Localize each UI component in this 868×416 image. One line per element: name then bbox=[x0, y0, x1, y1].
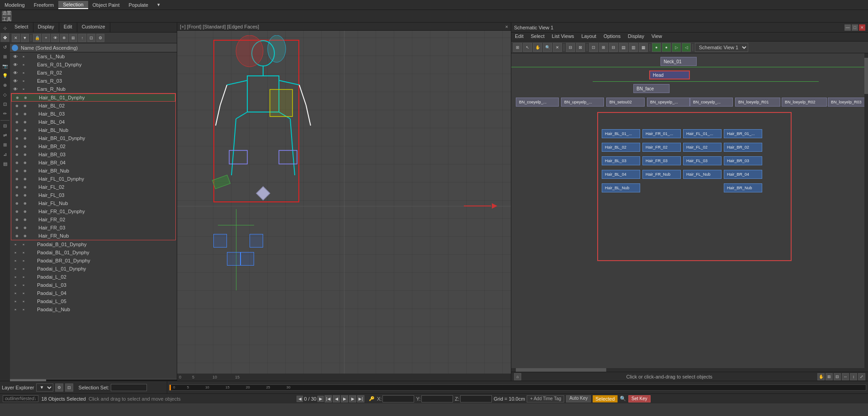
tree-item-selected[interactable]: ⊕ ⊕ Hair_BR_02 bbox=[11, 142, 175, 150]
visibility-icon[interactable]: ⊕ bbox=[13, 143, 20, 150]
tree-item[interactable]: 👁 × Ears_R_02 bbox=[10, 69, 177, 77]
tree-item-selected[interactable]: ⊕ ⊕ Hair_BR_01_Dynphy bbox=[11, 134, 175, 142]
sort-btn[interactable]: ↑ bbox=[78, 34, 86, 42]
icon-paint[interactable]: ✏ bbox=[0, 109, 9, 118]
node-bn-coeyelp-l[interactable]: BN_coeyelp_... bbox=[516, 98, 559, 107]
vis-icon2[interactable]: × bbox=[20, 265, 27, 272]
node-hair-br-02[interactable]: Hair_BR_02 bbox=[724, 143, 762, 152]
config-btn[interactable]: ⚙ bbox=[96, 34, 104, 42]
smenu-display[interactable]: Display bbox=[624, 33, 648, 41]
close-btn[interactable]: ✕ bbox=[859, 24, 865, 31]
node-head[interactable]: Head bbox=[649, 70, 690, 79]
menu-populate[interactable]: Populate bbox=[124, 1, 152, 9]
node-hair-fl-01[interactable]: Hair_FL_01_... bbox=[683, 129, 722, 138]
z-input[interactable] bbox=[460, 395, 492, 402]
vis-icon2[interactable]: ⊕ bbox=[21, 192, 28, 199]
sch-btn-green1[interactable]: ● bbox=[652, 43, 661, 52]
vis-icon2[interactable]: ⊕ bbox=[21, 118, 28, 126]
set-key-btn[interactable]: Set Key bbox=[628, 395, 651, 402]
layer-settings-btn[interactable]: ⚙ bbox=[55, 383, 63, 392]
visibility-icon[interactable]: ⊕ bbox=[13, 159, 20, 166]
tree-item[interactable]: × × Paodai_L_04 bbox=[10, 289, 177, 297]
render-btn[interactable]: ⊞ bbox=[69, 34, 77, 42]
search-icon[interactable]: 🔍 bbox=[619, 395, 627, 402]
vis-icon2[interactable]: × bbox=[20, 257, 27, 264]
add-btn[interactable]: + bbox=[42, 34, 50, 42]
node-bn-face[interactable]: BN_face bbox=[633, 84, 670, 93]
play-first[interactable]: |◀ bbox=[325, 395, 332, 402]
vis-icon2[interactable]: ⊕ bbox=[21, 135, 28, 142]
layer-flag-btn[interactable]: ⊡ bbox=[65, 383, 73, 392]
toolbar-tool-btn[interactable]: 选置工具 bbox=[2, 11, 12, 21]
visibility-icon[interactable]: × bbox=[12, 281, 19, 289]
selected-badge[interactable]: Selected bbox=[593, 395, 618, 402]
node-bn-loeyelp-r02[interactable]: BN_loeyelp_R02 bbox=[782, 98, 827, 107]
tab-display[interactable]: Display bbox=[33, 23, 59, 32]
vis-icon2[interactable]: ⊕ bbox=[21, 232, 28, 239]
vis-icon2[interactable]: ⊕ bbox=[21, 143, 28, 150]
sch-btn-layout6[interactable]: ▦ bbox=[639, 43, 648, 52]
menu-selection[interactable]: Selection bbox=[58, 1, 88, 9]
menu-more[interactable]: ▾ bbox=[153, 1, 165, 9]
play-next-frame[interactable]: ▶ bbox=[349, 395, 356, 402]
node-hair-br-04[interactable]: Hair_BR_04 bbox=[724, 170, 762, 179]
visibility-icon[interactable]: ⊕ bbox=[13, 151, 20, 158]
visibility-icon[interactable]: × bbox=[12, 290, 19, 297]
node-hair-fl-02[interactable]: Hair_FL_02 bbox=[683, 143, 722, 152]
sch-btn-pan[interactable]: ✋ bbox=[533, 43, 542, 52]
viewport-content[interactable]: 0 5 10 15 bbox=[177, 31, 511, 381]
visibility-icon[interactable]: ⊕ bbox=[13, 175, 20, 182]
tree-item-selected[interactable]: ⊕ ⊕ Hair_FL_Nub bbox=[11, 199, 175, 207]
visibility-icon[interactable]: ⊕ bbox=[13, 224, 20, 231]
sch-btn-layout5[interactable]: ▥ bbox=[629, 43, 638, 52]
sch-btn-layout2[interactable]: ⊞ bbox=[599, 43, 608, 52]
play-button[interactable]: ▶ bbox=[341, 395, 348, 402]
node-hair-fr-nub[interactable]: Hair_FR_Nub bbox=[642, 170, 681, 179]
vis-icon2[interactable]: × bbox=[20, 85, 27, 93]
tree-item[interactable]: × × Paodai_BR_01_Dynphy bbox=[10, 257, 177, 265]
tree-item[interactable]: × × Paodai_B_01_Dynphy bbox=[10, 240, 177, 248]
node-hair-bl-nub[interactable]: Hair_BL_Nub bbox=[602, 183, 640, 192]
visibility-icon[interactable]: ⊕ bbox=[13, 200, 20, 207]
sch-btn-grid[interactable]: ⊞ bbox=[513, 43, 522, 52]
vis-icon2[interactable]: × bbox=[20, 53, 27, 60]
tree-item[interactable]: 👁 × Ears_L_Nub bbox=[10, 52, 177, 61]
node-hair-fr-03[interactable]: Hair_FR_03 bbox=[642, 156, 681, 165]
visibility-icon[interactable]: × bbox=[12, 306, 19, 313]
maximize-btn[interactable]: □ bbox=[852, 24, 858, 31]
icon-rotate[interactable]: ↺ bbox=[0, 42, 9, 51]
visibility-icon[interactable]: ⊕ bbox=[14, 94, 21, 101]
visibility-icon[interactable]: ⊕ bbox=[13, 102, 20, 109]
vis-icon2[interactable]: ⊕ bbox=[21, 224, 28, 231]
tree-item-selected[interactable]: ⊕ ⊕ Hair_BR_03 bbox=[11, 150, 175, 159]
vis-icon2[interactable]: ⊕ bbox=[21, 216, 28, 223]
sch-btn-green2[interactable]: ● bbox=[662, 43, 671, 52]
visibility-icon[interactable]: ⊕ bbox=[13, 126, 20, 134]
tab-edit[interactable]: Edit bbox=[59, 23, 77, 32]
nav-btn1[interactable]: ✋ bbox=[817, 373, 825, 380]
tree-item-selected[interactable]: ⊕ ⊕ Hair_FL_02 bbox=[11, 183, 175, 191]
tree-item-selected[interactable]: ⊕ ⊕ Hair_BL_01_Dynphy bbox=[11, 93, 175, 102]
smenu-layout[interactable]: Layout bbox=[578, 33, 600, 41]
tree-item-selected[interactable]: ⊕ ⊕ Hair_BL_04 bbox=[11, 118, 175, 126]
group-btn[interactable]: ⊡ bbox=[87, 34, 95, 42]
node-hair-bl-01[interactable]: Hair_BL_01_... bbox=[602, 129, 640, 138]
icon-select[interactable]: ⊹ bbox=[0, 23, 9, 33]
funnel-btn[interactable]: ▼ bbox=[21, 34, 29, 42]
node-bn-upeyelp-r[interactable]: BN_upeyelp_... bbox=[647, 98, 690, 107]
filter-btn[interactable]: ✕ bbox=[12, 34, 20, 42]
visibility-icon[interactable]: ⊕ bbox=[13, 192, 20, 199]
vis-icon2[interactable]: × bbox=[20, 69, 27, 76]
counter-next[interactable]: ▶ bbox=[317, 396, 324, 402]
node-hair-br-nub[interactable]: Hair_BR_Nub bbox=[724, 183, 762, 192]
icon-helper[interactable]: ⊕ bbox=[0, 80, 9, 89]
vis-icon2[interactable]: ⊕ bbox=[21, 200, 28, 207]
tree-item[interactable]: × × Paodai_L_01_Dynphy bbox=[10, 265, 177, 273]
nav-btn4[interactable]: ↔ bbox=[842, 373, 849, 380]
sch-btn-disconnect[interactable]: ⊠ bbox=[576, 43, 585, 52]
sch-btn-layout3[interactable]: ⊟ bbox=[609, 43, 618, 52]
icon-move[interactable]: ✥ bbox=[0, 33, 9, 42]
vis-icon2[interactable]: ⊕ bbox=[21, 208, 28, 215]
timeline-ruler[interactable]: 0 5 10 15 20 25 30 bbox=[169, 384, 866, 391]
tree-item[interactable]: × × Paodai_L_Nub bbox=[10, 305, 177, 313]
